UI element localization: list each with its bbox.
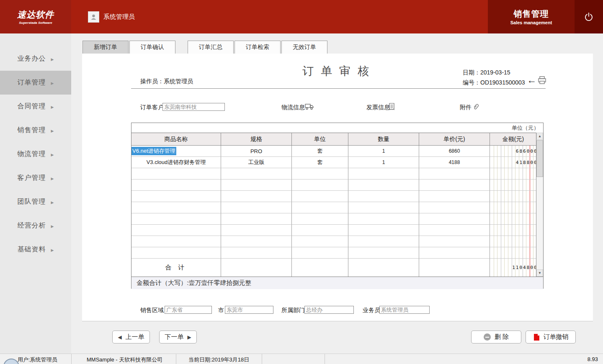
scroll-up-icon[interactable]: ▲ — [536, 133, 543, 140]
cell-product-name[interactable] — [131, 213, 221, 225]
cell-amount[interactable]: 686000 — [490, 146, 537, 157]
cell-qty[interactable] — [348, 202, 419, 213]
cell-product-name[interactable] — [131, 225, 221, 236]
table-scrollbar[interactable]: ▲ ▼ — [536, 133, 543, 277]
cell-price[interactable]: 4188 — [419, 157, 490, 168]
print-icon[interactable] — [538, 76, 546, 85]
cell-spec[interactable]: 工业版 — [221, 157, 292, 168]
cell-spec[interactable] — [221, 179, 292, 191]
cell-unit[interactable] — [292, 202, 348, 213]
sidebar-item-9[interactable]: 基础资料▶ — [0, 238, 71, 261]
cell-unit[interactable] — [292, 168, 348, 179]
revoke-order-button[interactable]: 订单撤销 — [526, 331, 576, 343]
cell-product-name[interactable] — [131, 191, 221, 202]
cell-product-name[interactable] — [131, 179, 221, 191]
sidebar-item-5[interactable]: 物流管理▶ — [0, 142, 71, 166]
cell-amount[interactable] — [490, 247, 537, 259]
cell-unit[interactable] — [292, 247, 348, 259]
cell-amount[interactable]: 418800 — [490, 157, 537, 168]
customer-input[interactable] — [162, 103, 225, 111]
scrollbar-thumb[interactable] — [536, 140, 543, 177]
cell-unit[interactable] — [292, 213, 348, 225]
tab-1[interactable]: 新增订单 — [82, 41, 129, 54]
sidebar-item-2[interactable]: 订单管理▶ — [0, 71, 71, 95]
tab-4[interactable]: 订单检索 — [234, 41, 281, 54]
current-user-chip[interactable]: 系统管理员 — [88, 11, 135, 23]
cell-unit[interactable] — [292, 236, 348, 247]
cell-price[interactable] — [419, 213, 490, 225]
sidebar-item-6[interactable]: 客户管理▶ — [0, 166, 71, 190]
city-input[interactable] — [225, 306, 273, 314]
sidebar-item-4[interactable]: 销售管理▶ — [0, 118, 71, 142]
department-input[interactable] — [304, 306, 354, 314]
tab-5[interactable]: 无效订单 — [281, 41, 327, 54]
cell-spec[interactable] — [221, 225, 292, 236]
logout-power-button[interactable] — [575, 0, 603, 33]
cell-unit[interactable] — [292, 191, 348, 202]
cell-product-name[interactable] — [131, 236, 221, 247]
cell-qty[interactable] — [348, 213, 419, 225]
amount-ledger: 418800 — [490, 157, 537, 168]
cell-spec[interactable] — [221, 213, 292, 225]
cell-amount[interactable] — [490, 202, 537, 213]
cell-unit[interactable] — [292, 179, 348, 191]
tab-2[interactable]: 订单确认 — [129, 41, 175, 54]
cell-qty[interactable] — [348, 236, 419, 247]
status-separator — [176, 354, 176, 364]
cell-qty[interactable] — [348, 179, 419, 191]
next-order-button[interactable]: 下一单 ▶ — [159, 331, 197, 343]
cell-spec[interactable] — [221, 191, 292, 202]
invoice-receipt-icon[interactable] — [389, 103, 395, 111]
cell-qty[interactable]: 1 — [348, 157, 419, 168]
region-label: 销售区域 — [140, 307, 164, 314]
logistics-truck-icon[interactable] — [305, 103, 314, 110]
attachment-label: 附件 — [460, 104, 472, 111]
cell-spec[interactable] — [221, 247, 292, 259]
cell-price[interactable] — [419, 191, 490, 202]
cell-qty[interactable] — [348, 225, 419, 236]
cell-price[interactable] — [419, 247, 490, 259]
cell-price[interactable] — [419, 236, 490, 247]
prev-order-button[interactable]: ◀ 上一单 — [112, 331, 150, 343]
cell-amount[interactable] — [490, 236, 537, 247]
cell-amount[interactable] — [490, 213, 537, 225]
back-arrow-icon[interactable]: ← — [527, 74, 536, 86]
cell-price[interactable] — [419, 202, 490, 213]
sidebar-item-1[interactable]: 业务办公▶ — [0, 47, 71, 71]
cell-price[interactable]: 6860 — [419, 146, 490, 157]
cell-price[interactable] — [419, 179, 490, 191]
total-row: 合 计1104800 — [131, 259, 543, 277]
cell-product-name[interactable] — [131, 168, 221, 179]
cell-product-name[interactable]: V6.net进销存管理 — [131, 146, 221, 157]
cell-product-name[interactable] — [131, 202, 221, 213]
cell-unit[interactable]: 套 — [292, 157, 348, 168]
delete-button[interactable]: 删 除 — [471, 331, 521, 343]
cell-spec[interactable] — [221, 236, 292, 247]
cell-product-name[interactable]: V3.cloud进销存财务管理 — [131, 157, 221, 168]
cell-spec[interactable]: PRO — [221, 146, 292, 157]
cell-product-name[interactable] — [131, 247, 221, 259]
cell-qty[interactable]: 1 — [348, 146, 419, 157]
cell-price[interactable] — [419, 168, 490, 179]
salesperson-input[interactable] — [379, 306, 430, 314]
cell-amount[interactable] — [490, 179, 537, 191]
cell-spec[interactable] — [221, 168, 292, 179]
sidebar-item-7[interactable]: 团队管理▶ — [0, 190, 71, 214]
cell-qty[interactable] — [348, 191, 419, 202]
attachment-paperclip-icon[interactable] — [472, 103, 480, 111]
cell-unit[interactable] — [292, 225, 348, 236]
scroll-down-icon[interactable]: ▼ — [536, 269, 543, 277]
cell-price[interactable] — [419, 225, 490, 236]
cell-amount[interactable] — [490, 168, 537, 179]
order-date-value: 2019-03-15 — [480, 69, 510, 76]
cell-amount[interactable] — [490, 225, 537, 236]
cell-unit[interactable]: 套 — [292, 146, 348, 157]
amount-ledger: 1104800 — [490, 259, 537, 277]
region-input[interactable] — [165, 306, 212, 314]
cell-qty[interactable] — [348, 168, 419, 179]
cell-qty[interactable] — [348, 247, 419, 259]
sidebar-item-8[interactable]: 经营分析▶ — [0, 214, 71, 238]
cell-amount[interactable] — [490, 191, 537, 202]
cell-spec[interactable] — [221, 202, 292, 213]
tab-3[interactable]: 订单汇总 — [188, 41, 234, 54]
